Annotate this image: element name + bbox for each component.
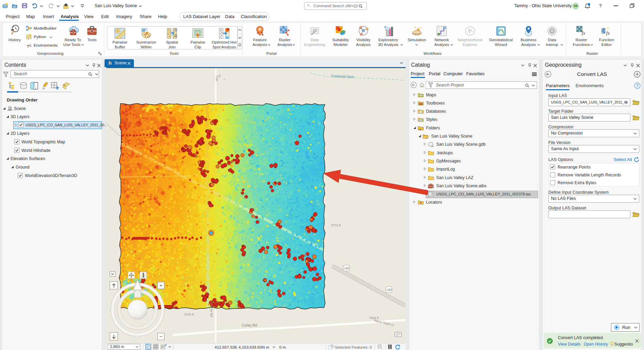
svg-text:[·]: [·]	[28, 36, 32, 39]
svg-text:A: A	[420, 203, 421, 204]
svg-text:160: 160	[344, 267, 349, 270]
svg-text:fx: fx	[582, 31, 585, 36]
svg-text:Centenial Ditch: Centenial Ditch	[331, 74, 355, 79]
svg-text:fx: fx	[606, 31, 610, 36]
svg-text:160: 160	[387, 288, 392, 291]
svg-text:?: ?	[636, 83, 639, 88]
